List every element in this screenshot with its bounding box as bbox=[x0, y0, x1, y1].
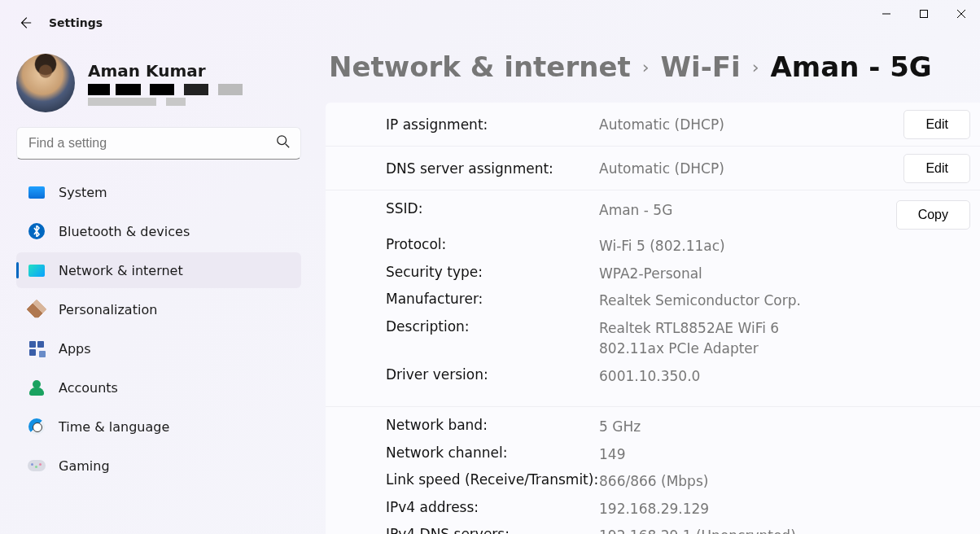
label-protocol: Protocol: bbox=[386, 236, 599, 257]
crumb-network[interactable]: Network & internet bbox=[329, 50, 631, 83]
maximize-button[interactable] bbox=[905, 0, 943, 28]
value-ssid: Aman - 5G bbox=[599, 200, 848, 230]
sidebar-item-label: Time & language bbox=[59, 419, 169, 435]
value-ipv4-dns: 192.168.29.1 (Unencrypted) bbox=[599, 526, 848, 534]
person-icon bbox=[28, 379, 46, 396]
label-ip-assignment: IP assignment: bbox=[386, 112, 599, 138]
sidebar-item-apps[interactable]: Apps bbox=[16, 330, 301, 366]
label-ipv4: IPv4 address: bbox=[386, 499, 599, 520]
wifi-icon bbox=[28, 261, 46, 279]
gamepad-icon bbox=[28, 457, 46, 475]
user-email-redacted bbox=[88, 84, 243, 106]
minimize-button[interactable] bbox=[868, 0, 905, 28]
value-description: Realtek RTL8852AE WiFi 6 802.11ax PCIe A… bbox=[599, 318, 811, 360]
crumb-wifi[interactable]: Wi-Fi bbox=[661, 50, 741, 83]
value-manufacturer: Realtek Semiconductor Corp. bbox=[599, 291, 848, 312]
sidebar-item-personalization[interactable]: Personalization bbox=[16, 291, 301, 327]
label-link-speed: Link speed (Receive/Transmit): bbox=[386, 471, 599, 492]
brush-icon bbox=[28, 300, 46, 318]
bluetooth-icon bbox=[28, 222, 46, 240]
edit-ip-button[interactable]: Edit bbox=[903, 110, 970, 139]
sidebar-item-time[interactable]: Time & language bbox=[16, 409, 301, 444]
network-stats-group: Network band: 5 GHz Network channel: 149… bbox=[326, 407, 980, 534]
breadcrumb: Network & internet › Wi-Fi › Aman - 5G bbox=[326, 44, 980, 103]
sidebar-item-bluetooth[interactable]: Bluetooth & devices bbox=[16, 213, 301, 249]
svg-rect-0 bbox=[921, 11, 928, 18]
search-icon bbox=[276, 134, 291, 152]
back-button[interactable] bbox=[16, 14, 34, 32]
sidebar-item-label: Gaming bbox=[59, 458, 110, 474]
wifi-details-group: SSID: Aman - 5G Copy Protocol: Wi-Fi 5 (… bbox=[326, 190, 980, 407]
value-ipv4: 192.168.29.129 bbox=[599, 499, 848, 520]
label-ipv4-dns: IPv4 DNS servers: bbox=[386, 526, 599, 534]
label-dns-assignment: DNS server assignment: bbox=[386, 155, 599, 182]
chevron-right-icon: › bbox=[642, 57, 650, 77]
sidebar-item-system[interactable]: System bbox=[16, 174, 301, 210]
value-protocol: Wi-Fi 5 (802.11ac) bbox=[599, 236, 848, 257]
window-title: Settings bbox=[49, 16, 103, 29]
close-button[interactable] bbox=[943, 0, 980, 28]
sidebar-item-network[interactable]: Network & internet bbox=[16, 252, 301, 288]
label-security: Security type: bbox=[386, 264, 599, 285]
apps-icon bbox=[28, 339, 46, 357]
sidebar-item-label: System bbox=[59, 185, 107, 200]
user-block[interactable]: Aman Kumar bbox=[16, 46, 301, 127]
sidebar-item-gaming[interactable]: Gaming bbox=[16, 448, 301, 484]
label-channel: Network channel: bbox=[386, 444, 599, 466]
value-driver: 6001.10.350.0 bbox=[599, 366, 848, 387]
value-channel: 149 bbox=[599, 444, 848, 466]
monitor-icon bbox=[28, 183, 46, 201]
clock-globe-icon bbox=[28, 418, 46, 436]
user-name: Aman Kumar bbox=[88, 61, 243, 81]
search-box[interactable] bbox=[16, 127, 301, 160]
sidebar-item-label: Bluetooth & devices bbox=[59, 224, 190, 239]
search-input[interactable] bbox=[17, 136, 300, 151]
sidebar-item-label: Network & internet bbox=[59, 263, 183, 278]
value-security: WPA2-Personal bbox=[599, 264, 848, 285]
sidebar-item-label: Personalization bbox=[59, 302, 157, 317]
avatar bbox=[16, 54, 75, 112]
label-band: Network band: bbox=[386, 417, 599, 438]
value-ip-assignment: Automatic (DHCP) bbox=[599, 116, 848, 133]
value-band: 5 GHz bbox=[599, 417, 848, 438]
row-ip-assignment: IP assignment: Automatic (DHCP) Edit bbox=[326, 103, 980, 147]
row-dns-assignment: DNS server assignment: Automatic (DHCP) … bbox=[326, 147, 980, 190]
edit-dns-button[interactable]: Edit bbox=[903, 154, 970, 183]
chevron-right-icon: › bbox=[752, 57, 759, 77]
sidebar-item-accounts[interactable]: Accounts bbox=[16, 370, 301, 405]
svg-point-1 bbox=[278, 136, 287, 145]
sidebar-item-label: Apps bbox=[59, 341, 91, 357]
crumb-current: Aman - 5G bbox=[770, 50, 931, 83]
sidebar-item-label: Accounts bbox=[59, 380, 118, 396]
label-driver: Driver version: bbox=[386, 366, 599, 387]
label-manufacturer: Manufacturer: bbox=[386, 291, 599, 312]
label-ssid: SSID: bbox=[386, 200, 599, 230]
value-link-speed: 866/866 (Mbps) bbox=[599, 471, 848, 492]
label-description: Description: bbox=[386, 318, 599, 360]
value-dns-assignment: Automatic (DHCP) bbox=[599, 160, 848, 177]
copy-button[interactable]: Copy bbox=[896, 200, 970, 230]
